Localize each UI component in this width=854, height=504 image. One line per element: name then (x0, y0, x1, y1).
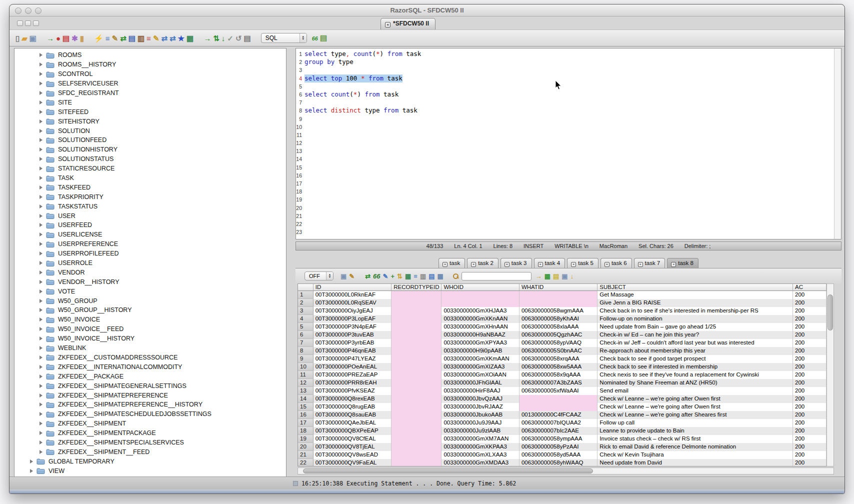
cell[interactable]: Follow up call (598, 419, 793, 427)
tree-item-taskfeed[interactable]: TASKFEED (14, 182, 286, 192)
cell[interactable] (442, 299, 519, 307)
expand-triangle-icon[interactable] (40, 280, 42, 284)
favorites-star-icon[interactable]: ★ (178, 34, 184, 42)
expand-triangle-icon[interactable] (40, 440, 42, 444)
cell[interactable]: 006300000058yd5AAA (520, 451, 598, 459)
edit-cell-icon[interactable]: ✎ (383, 272, 388, 280)
cell[interactable] (392, 299, 442, 307)
cell[interactable]: 200 (793, 299, 826, 307)
horizontal-scroll-thumb[interactable] (303, 468, 593, 474)
new-file-icon[interactable]: ▯ (16, 34, 20, 42)
tree-item-userprofilefeed[interactable]: USERPROFILEFEED (14, 249, 286, 258)
fetch-down-icon[interactable]: ↓ (222, 34, 226, 42)
cell[interactable]: 0033000000Ju9zlAAB (442, 427, 519, 435)
cell[interactable]: 00T3000000QV8wsEAD (314, 451, 392, 459)
table-star-icon[interactable]: ▦ (186, 34, 194, 42)
tree-item-zkfedex-customaddresssource[interactable]: ZKFEDEX__CUSTOMADDRESSSOURCE (14, 353, 286, 362)
table-refresh-icon[interactable]: ▦ (405, 272, 411, 280)
expand-triangle-icon[interactable] (40, 110, 42, 114)
save-icon[interactable]: ▣ (30, 34, 36, 42)
table-row[interactable]: 1200T3000000PRR8rEAH0033000000JFhGlAAL00… (298, 379, 826, 387)
cell[interactable] (392, 411, 442, 419)
table-row[interactable]: 800T3000000P46qnEAB0033000000H9i0pAAB006… (298, 347, 826, 355)
tree-item-zkfedex-internationalcommodity[interactable]: ZKFEDEX__INTERNATIONALCOMMODITY (14, 362, 286, 372)
table-row[interactable]: 1100T3000000PREZaEAP0033000000GmXOiAAN00… (298, 371, 826, 379)
cell[interactable]: 200 (793, 355, 826, 363)
outdent-icon[interactable]: ⇄ (161, 34, 168, 42)
cell[interactable]: 0033000000GmXKPAA3 (442, 443, 519, 451)
cell[interactable]: 200 (793, 323, 826, 331)
cell[interactable]: 200 (793, 331, 826, 339)
cell[interactable]: 0033000000H9i0pAAB (442, 347, 519, 355)
cell[interactable]: Check back to see if good target prospec… (598, 355, 793, 363)
cell[interactable] (520, 403, 598, 411)
cell[interactable]: 00T3000000P47LYEAZ (314, 355, 392, 363)
table-row[interactable]: 700T3000000P3yrbEAB0033000000GmXPYAA3006… (298, 339, 826, 347)
refresh-icon[interactable]: ⇄ (120, 34, 126, 42)
expand-triangle-icon[interactable] (40, 374, 42, 378)
cell[interactable]: 200 (793, 395, 826, 403)
expand-triangle-icon[interactable] (30, 460, 33, 464)
tree-item-vendor-history[interactable]: VENDOR__HISTORY (14, 277, 286, 286)
tree-item-userfeed[interactable]: USERFEED (14, 220, 286, 230)
tab-close-icon[interactable]: × (471, 262, 476, 267)
tree-item-solutionhistory[interactable]: SOLUTIONHISTORY (14, 145, 286, 154)
column-header-subject[interactable]: SUBJECT (598, 284, 793, 291)
table-row[interactable]: 2100T3000000QV8wsEAD0033000000GmXLXAA300… (298, 451, 826, 459)
cell[interactable]: 006300000058x9qAAA (520, 371, 598, 379)
tree-item-zkfedex-shipmatepreference[interactable]: ZKFEDEX__SHIPMATEPREFERENCE (14, 390, 286, 400)
cell[interactable]: Rick to email David & reference Delmonte… (598, 443, 793, 451)
table-copy-icon[interactable]: ▦ (437, 272, 443, 280)
cell[interactable]: Need update from Bain – gave go ahead 1/… (598, 323, 793, 331)
tree-item-taskpriority[interactable]: TASKPRIORITY (14, 192, 286, 202)
tree-item-zkfedex-shipmentspecialservices[interactable]: ZKFEDEX__SHIPMENTSPECIALSERVICES (14, 438, 286, 448)
tree-item-zkfedex-shipmentpackage[interactable]: ZKFEDEX__SHIPMENTPACKAGE (14, 428, 286, 438)
expand-triangle-icon[interactable] (40, 129, 42, 133)
cell[interactable]: Follow-up on nomination (598, 315, 793, 323)
table-row[interactable]: 1900T3000000QV8CfEAL0033000000GmXM7AAN00… (298, 435, 826, 443)
expand-triangle-icon[interactable] (40, 422, 42, 426)
tab-close-icon[interactable]: × (604, 262, 610, 267)
expand-triangle-icon[interactable] (40, 223, 42, 227)
cell[interactable]: 200 (793, 443, 826, 451)
tree-item-taskstatus[interactable]: TASKSTATUS (14, 202, 286, 211)
table-row[interactable]: 600T3000000P3tuvEAB0033000000H9aNBAAZ006… (298, 331, 826, 339)
combo-stepper-icon[interactable]: ▲▼ (300, 34, 306, 42)
expand-triangle-icon[interactable] (40, 394, 42, 398)
expand-triangle-icon[interactable] (40, 365, 42, 369)
cell[interactable]: 006300000058ympAAA (520, 435, 598, 443)
cell[interactable]: 0033000000Ju9J9AAJ (442, 419, 519, 427)
tree-item-global temporary[interactable]: GLOBAL TEMPORARY (14, 456, 286, 466)
table-row[interactable]: 1400T3000000Q8rexEAB0033000000JbvQzAAJCh… (298, 395, 826, 403)
commit-check-icon[interactable]: ✓ (227, 34, 234, 42)
document-tab[interactable]: ×*SFDCW50 II (380, 18, 436, 30)
cell[interactable]: 00T3000000L0RknEAF (314, 291, 392, 299)
cell[interactable]: Leanne to provide update to Bain (598, 427, 793, 435)
expand-triangle-icon[interactable] (40, 252, 42, 256)
panel-splitter[interactable] (286, 48, 296, 480)
cell[interactable]: Check w/ Leanne – we're going after Owen… (598, 395, 793, 403)
expand-triangle-icon[interactable] (40, 232, 42, 236)
tab-close-icon[interactable]: × (442, 262, 448, 267)
tree-item-vendor[interactable]: VENDOR (14, 268, 286, 277)
cell[interactable]: 00630000007bIc2AAE (520, 427, 598, 435)
tree-item-scontrol[interactable]: SCONTROL (14, 70, 286, 79)
cell[interactable] (392, 443, 442, 451)
cell[interactable]: 00T3000000PREZaEAP (314, 371, 392, 379)
cell[interactable]: 0033000000GmXHJAA3 (442, 307, 519, 315)
table-row[interactable]: 1700T3000000QAeJbEAL0033000000Ju9J9AAJ00… (298, 419, 826, 427)
tab-close-icon[interactable]: × (385, 22, 390, 28)
column-header-id[interactable]: ID (314, 284, 392, 291)
column-header-recordtypeid[interactable]: RECORDTYPEID (392, 284, 442, 291)
download-arrow-icon[interactable]: ↓ (570, 272, 574, 280)
cell[interactable] (392, 459, 442, 466)
expand-triangle-icon[interactable] (40, 195, 42, 199)
cell[interactable]: 00T3000000P3N4pEAF (314, 323, 392, 331)
copy-connection-icon[interactable]: ▤ (62, 34, 70, 42)
expand-triangle-icon[interactable] (40, 100, 42, 104)
vertical-scroll-thumb[interactable] (828, 294, 833, 330)
table-row[interactable]: 1000T3000000POeAnEAL0033000000GmXIZAA300… (298, 363, 826, 371)
cell[interactable]: 006300000058xlaAAA (520, 323, 598, 331)
cell[interactable] (392, 331, 442, 339)
table-row[interactable]: 1600T3000000Q8sauEAB0033000000JbukoAAB00… (298, 411, 826, 419)
